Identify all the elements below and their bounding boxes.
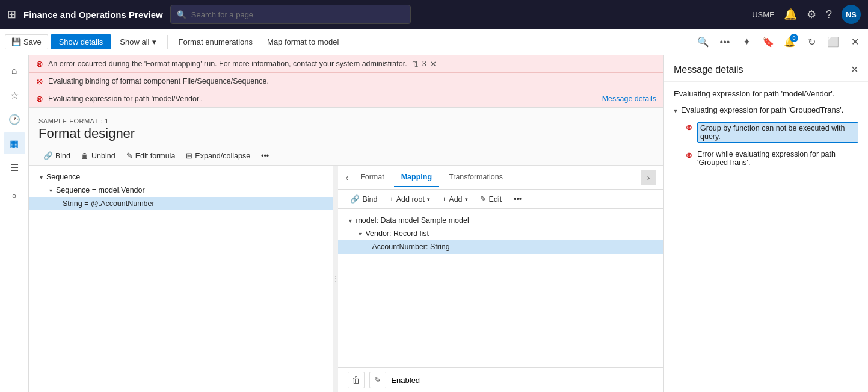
bookmark-icon[interactable]: 🔖 xyxy=(760,34,777,51)
right-panel-close[interactable]: ✕ xyxy=(851,64,858,75)
format-enumerations-button[interactable]: Format enumerations xyxy=(173,34,259,49)
tree-item-string[interactable]: String = @.AccountNumber xyxy=(29,197,333,210)
search-toolbar-icon[interactable]: 🔍 xyxy=(695,34,712,51)
chevron-down-icon: ▾ xyxy=(152,37,156,46)
settings-icon[interactable]: ⚙ xyxy=(807,8,816,21)
app-title: Finance and Operations Preview xyxy=(23,10,163,20)
mapping-tree: ▾ model: Data model Sample model ▾ Vendo… xyxy=(338,209,663,367)
mapping-tree-account-label: AccountNumber: String xyxy=(372,243,449,251)
edit-formula-label: Edit formula xyxy=(135,152,176,160)
save-button[interactable]: 💾 Save xyxy=(5,34,48,49)
tree-item-sequence-vendor[interactable]: ▾ Sequence = model.Vendor xyxy=(29,184,333,197)
search-icon: 🔍 xyxy=(177,10,186,19)
sidebar-list-icon[interactable]: ☰ xyxy=(4,157,25,178)
more-options-icon[interactable]: ••• xyxy=(716,34,733,51)
right-panel: Message details ✕ Evaluating expression … xyxy=(663,55,868,392)
edit-btn[interactable]: ✎ Edit xyxy=(475,192,507,206)
vendor-arrow: ▾ xyxy=(359,231,362,237)
help-icon[interactable]: ? xyxy=(826,8,832,21)
bind-label: Bind xyxy=(55,152,70,160)
error-icon-2: ⊗ xyxy=(36,76,43,86)
path-text: Evaluating expression for path 'model/Ve… xyxy=(674,89,858,98)
tab-transformations-label: Transformations xyxy=(449,173,503,181)
sidebar-table-icon[interactable]: ▦ xyxy=(4,132,25,154)
top-nav: ⊞ Finance and Operations Preview 🔍 USMF … xyxy=(0,0,868,29)
expand-up-icon[interactable]: ▾ xyxy=(674,107,677,115)
tab-mapping-label: Mapping xyxy=(401,173,432,181)
grid-icon[interactable]: ⊞ xyxy=(7,8,16,21)
add-btn[interactable]: + Add ▾ xyxy=(437,193,473,206)
refresh-icon[interactable]: ↻ xyxy=(803,34,820,51)
sidebar-star-icon[interactable]: ☆ xyxy=(4,84,25,106)
arrow-vendor: ▾ xyxy=(49,187,52,194)
error-text-1: An error occurred during the 'Format map… xyxy=(48,60,407,68)
mapping-tabs: ‹ Format Mapping Transformations › xyxy=(338,166,663,190)
unbind-label: Unbind xyxy=(91,152,115,160)
bind-button[interactable]: 🔗 Bind xyxy=(38,149,75,163)
mapping-bind-btn[interactable]: 🔗 Bind xyxy=(345,192,382,206)
mapping-toolbar: 🔗 Bind + Add root ▾ + Add ▾ xyxy=(338,190,663,209)
delete-btn[interactable]: 🗑 xyxy=(348,372,365,388)
notification-count-btn[interactable]: 🔔 0 xyxy=(781,34,798,51)
sidebar-filter-icon[interactable]: ⌖ xyxy=(4,185,25,207)
sample-format-label: SAMPLE FORMAT : 1 xyxy=(38,117,654,125)
show-all-button[interactable]: Show all ▾ xyxy=(114,34,162,49)
tree-item-sequence[interactable]: ▾ Sequence xyxy=(29,170,333,184)
tab-back-arrow[interactable]: ‹ xyxy=(345,173,348,182)
content-area: ⊗ An error occurred during the 'Format m… xyxy=(29,55,663,392)
toolbar-divider xyxy=(167,35,168,49)
add-root-btn[interactable]: + Add root ▾ xyxy=(384,193,435,206)
edit-formula-button[interactable]: ✎ Edit formula xyxy=(122,149,180,163)
error-banner-3: ⊗ Evaluating expression for path 'model/… xyxy=(29,90,663,107)
crosshair-icon[interactable]: ✦ xyxy=(738,34,755,51)
model-arrow: ▾ xyxy=(349,217,352,224)
tab-next-button[interactable]: › xyxy=(641,170,656,185)
message-details-link-2[interactable]: Message details xyxy=(602,95,656,103)
expand-collapse-button[interactable]: ⊞ Expand/collapse xyxy=(181,149,255,163)
tree-label-string: String = @.AccountNumber xyxy=(63,199,155,208)
user-avatar[interactable]: NS xyxy=(842,5,861,24)
vertical-splitter[interactable] xyxy=(333,166,338,392)
add-chevron: ▾ xyxy=(465,196,468,202)
error-banner-2: ⊗ Evaluating binding of format component… xyxy=(29,73,663,90)
tree-label-vendor: Sequence = model.Vendor xyxy=(56,186,145,194)
right-panel-title: Message details xyxy=(674,64,743,75)
mapping-tree-account[interactable]: AccountNumber: String xyxy=(338,240,663,254)
expand-icon[interactable]: ⬜ xyxy=(825,34,842,51)
map-format-button[interactable]: Map format to model xyxy=(261,34,345,49)
up-down-arrows[interactable]: ⇅ xyxy=(412,60,419,69)
show-details-button[interactable]: Show details xyxy=(51,34,112,49)
edit-icon: ✎ xyxy=(126,151,133,160)
error-icon-1: ⊗ xyxy=(36,59,43,69)
sidebar-clock-icon[interactable]: 🕐 xyxy=(4,108,25,130)
sidebar-home-icon[interactable]: ⌂ xyxy=(4,60,25,82)
tab-transformations[interactable]: Transformations xyxy=(442,168,510,187)
edit-label: Edit xyxy=(489,195,502,204)
notification-bell[interactable]: 🔔 xyxy=(784,8,797,21)
tab-format-label: Format xyxy=(360,173,384,181)
edit-bottom-btn[interactable]: ✎ xyxy=(369,372,386,388)
error-text-2: Evaluating binding of format component F… xyxy=(48,77,269,86)
mapping-more-btn[interactable]: ••• xyxy=(509,193,526,206)
tab-format[interactable]: Format xyxy=(353,168,392,187)
add-root-chevron: ▾ xyxy=(427,196,430,202)
save-label: Save xyxy=(23,37,42,46)
expand-collapse-label: Expand/collapse xyxy=(195,152,250,160)
error-text-3: Evaluating expression for path 'model/Ve… xyxy=(48,95,203,103)
unbind-button[interactable]: 🗑 Unbind xyxy=(76,149,120,163)
error-close-btn[interactable]: ✕ xyxy=(430,60,437,69)
search-input[interactable] xyxy=(191,10,404,19)
error-row-1: ⊗ Group by function can not be executed … xyxy=(674,120,858,145)
more-btn[interactable]: ••• xyxy=(256,149,274,163)
mapping-tree-model[interactable]: ▾ model: Data model Sample model xyxy=(338,214,663,227)
mapping-panel: ‹ Format Mapping Transformations › xyxy=(338,166,663,392)
grouped-trans-label: Evaluating expression for path 'GroupedT… xyxy=(681,105,843,114)
designer-area: SAMPLE FORMAT : 1 Format designer 🔗 Bind… xyxy=(29,108,663,392)
expand-row: ▾ Evaluating expression for path 'Groupe… xyxy=(674,105,858,115)
close-toolbar-icon[interactable]: ✕ xyxy=(846,34,863,51)
env-label: USMF xyxy=(752,10,774,19)
err-text-highlighted: Group by function can not be executed wi… xyxy=(697,122,858,143)
search-bar[interactable]: 🔍 xyxy=(170,5,411,24)
tab-mapping[interactable]: Mapping xyxy=(394,168,439,187)
mapping-tree-vendor[interactable]: ▾ Vendor: Record list xyxy=(338,227,663,240)
